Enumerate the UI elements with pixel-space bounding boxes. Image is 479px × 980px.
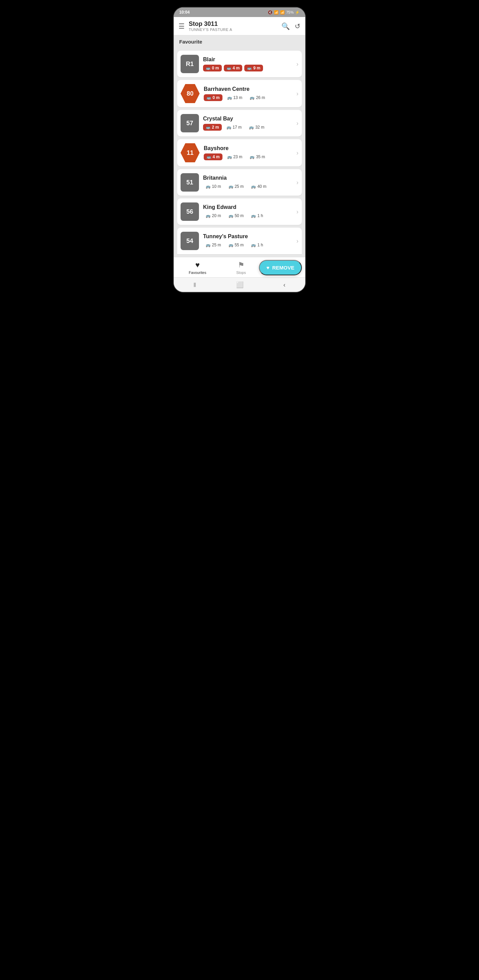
route-info-r1: Blair 🚌 0 m 🚌 4 m 🚌 9 m	[203, 56, 292, 72]
android-back-btn[interactable]: ‹	[283, 282, 286, 288]
stop-name: TUNNEY'S PASTURE A	[189, 27, 277, 32]
route-info-57: Crystal Bay 🚌 2 m 🚌 17 m 🚌 32 m	[203, 116, 292, 130]
remove-label: REMOVE	[272, 265, 294, 270]
bus-icon: 🚌	[227, 125, 232, 130]
chevron-icon: ›	[296, 179, 299, 186]
time-badges-51: 🚌 10 m 🚌 25 m 🚌 40 m	[203, 183, 292, 190]
route-name-57: Crystal Bay	[203, 116, 292, 122]
route-name-r1: Blair	[203, 56, 292, 63]
time-badge-54-1: 🚌 55 m	[226, 242, 247, 248]
route-name-54: Tunney's Pasture	[203, 234, 292, 240]
time-badge-54-0: 🚌 25 m	[203, 242, 224, 248]
route-name-11: Bayshore	[204, 145, 292, 151]
time-badge-11-0: 🚌 4 m	[204, 153, 222, 160]
bus-icon: 🚌	[228, 185, 233, 189]
time-badge-51-0: 🚌 10 m	[203, 183, 224, 190]
route-item[interactable]: 51 Britannia 🚌 10 m 🚌 25 m 🚌 40 m ›	[177, 169, 302, 196]
route-item[interactable]: 57 Crystal Bay 🚌 2 m 🚌 17 m 🚌 32 m ›	[177, 110, 302, 137]
route-item[interactable]: 56 King Edward 🚌 20 m 🚌 50 m 🚌 1 h ›	[177, 198, 302, 225]
time-badges-56: 🚌 20 m 🚌 50 m 🚌 1 h	[203, 212, 292, 219]
mute-icon: 🔇	[268, 10, 273, 14]
route-item[interactable]: 11 Bayshore 🚌 4 m 🚌 23 m 🚌 35 m ›	[177, 139, 302, 166]
flag-icon: ⚑	[238, 261, 244, 269]
route-item[interactable]: R1 Blair 🚌 0 m 🚌 4 m 🚌 9 m ›	[177, 51, 302, 77]
route-badge-56: 56	[180, 202, 199, 221]
time-badge-56-2: 🚌 1 h	[248, 212, 266, 219]
route-info-51: Britannia 🚌 10 m 🚌 25 m 🚌 40 m	[203, 175, 292, 190]
remove-heart-icon: ♥	[267, 265, 270, 270]
chevron-icon: ›	[296, 150, 299, 156]
status-icons: 🔇 📶 📶 75% ⚡	[268, 10, 300, 14]
nav-favourites[interactable]: ♥ Favourites	[183, 260, 212, 275]
time-badge-54-2: 🚌 1 h	[248, 242, 266, 248]
time-badge-56-0: 🚌 20 m	[203, 212, 224, 219]
route-badge-54: 54	[180, 232, 199, 250]
route-name-56: King Edward	[203, 204, 292, 210]
route-badge-57: 57	[180, 114, 199, 132]
bus-icon: 🚌	[227, 95, 232, 100]
battery-label: 75%	[286, 10, 294, 14]
route-info-54: Tunney's Pasture 🚌 25 m 🚌 55 m 🚌 1 h	[203, 234, 292, 248]
status-bar: 10:04 🔇 📶 📶 75% ⚡	[174, 8, 305, 17]
header-action-icons: 🔍 ↺	[281, 22, 300, 30]
bus-icon: 🚌	[206, 155, 211, 159]
time-badge-11-1: 🚌 23 m	[225, 153, 245, 160]
search-icon[interactable]: 🔍	[281, 22, 290, 30]
time-badge-57-2: 🚌 32 m	[246, 124, 267, 130]
bus-icon: 🚌	[247, 66, 252, 70]
android-menu-btn[interactable]: ⦀	[193, 282, 196, 288]
phone-frame: 10:04 🔇 📶 📶 75% ⚡ ☰ Stop 3011 TUNNEY'S P…	[173, 7, 306, 293]
time-badges-80: 🚌 0 m 🚌 13 m 🚌 26 m	[204, 94, 292, 101]
top-bar: ☰ Stop 3011 TUNNEY'S PASTURE A 🔍 ↺	[174, 17, 305, 35]
bus-icon: 🚌	[227, 66, 232, 70]
time-badge-80-1: 🚌 13 m	[225, 94, 245, 101]
route-badge-r1: R1	[180, 55, 199, 73]
time-badges-11: 🚌 4 m 🚌 23 m 🚌 35 m	[204, 153, 292, 160]
time-badge-56-1: 🚌 50 m	[226, 212, 247, 219]
heart-icon: ♥	[195, 261, 200, 269]
time-badge-80-2: 🚌 26 m	[247, 94, 268, 101]
chevron-icon: ›	[296, 208, 299, 215]
route-list: R1 Blair 🚌 0 m 🚌 4 m 🚌 9 m › 80 Barrhave…	[174, 48, 305, 257]
time-badge-51-1: 🚌 25 m	[226, 183, 247, 190]
bus-icon: 🚌	[251, 185, 256, 189]
route-item[interactable]: 80 Barrhaven Centre 🚌 0 m 🚌 13 m 🚌 26 m …	[177, 80, 302, 107]
route-name-51: Britannia	[203, 175, 292, 181]
bus-icon: 🚌	[206, 185, 211, 189]
wifi-icon: 📶	[274, 10, 279, 14]
chevron-icon: ›	[296, 120, 299, 127]
bus-icon: 🚌	[251, 214, 256, 218]
time-badges-54: 🚌 25 m 🚌 55 m 🚌 1 h	[203, 242, 292, 248]
signal-icon: 📶	[280, 10, 285, 14]
chevron-icon: ›	[296, 90, 299, 97]
android-home-btn[interactable]: ⬜	[236, 281, 244, 288]
time-badge-11-2: 🚌 35 m	[247, 153, 268, 160]
status-time: 10:04	[179, 10, 190, 14]
bus-icon: 🚌	[251, 243, 256, 247]
bus-icon: 🚌	[206, 95, 211, 100]
refresh-icon[interactable]: ↺	[295, 22, 300, 30]
bus-icon: 🚌	[206, 214, 211, 218]
bus-icon: 🚌	[227, 155, 232, 159]
time-badge-r1-0: 🚌 0 m	[203, 65, 222, 72]
route-info-56: King Edward 🚌 20 m 🚌 50 m 🚌 1 h	[203, 204, 292, 219]
nav-stops[interactable]: ⚑ Stops	[231, 260, 251, 275]
chevron-icon: ›	[296, 237, 299, 245]
bus-icon: 🚌	[206, 125, 211, 130]
time-badge-80-0: 🚌 0 m	[204, 94, 222, 101]
nav-favourites-label: Favourites	[189, 270, 206, 275]
route-badge-80: 80	[180, 84, 200, 103]
menu-icon[interactable]: ☰	[179, 22, 185, 30]
time-badge-r1-2: 🚌 9 m	[244, 65, 263, 72]
header-title-block: Stop 3011 TUNNEY'S PASTURE A	[189, 21, 277, 32]
bus-icon: 🚌	[206, 66, 211, 70]
section-header: Favourite	[174, 35, 305, 48]
bus-icon: 🚌	[228, 214, 233, 218]
route-name-80: Barrhaven Centre	[204, 86, 292, 92]
time-badge-57-0: 🚌 2 m	[203, 124, 222, 130]
bottom-nav: ♥ Favourites ⚑ Stops 🗺 Near me ♥ REMOVE	[174, 257, 305, 277]
route-badge-51: 51	[180, 173, 199, 192]
route-item[interactable]: 54 Tunney's Pasture 🚌 25 m 🚌 55 m 🚌 1 h …	[177, 228, 302, 254]
remove-button[interactable]: ♥ REMOVE	[259, 260, 302, 275]
bus-icon: 🚌	[206, 243, 211, 247]
